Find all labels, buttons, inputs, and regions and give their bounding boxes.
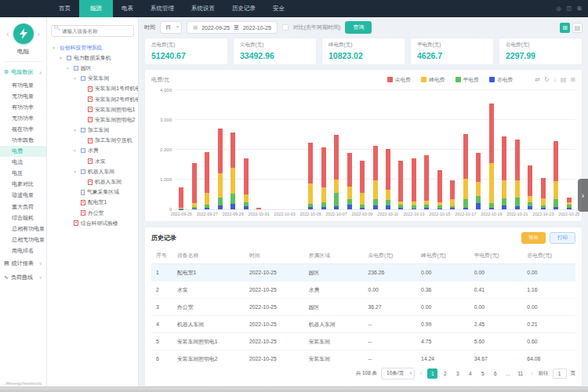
menu-item-0-2[interactable]: 有功功率 [0,101,46,112]
tree-node-12[interactable]: ▾机器人车间 [51,166,134,176]
menu-item-0-5[interactable]: 功率因数 [0,134,46,145]
bar-2022-10-02[interactable] [265,91,278,209]
tree-search-input[interactable] [51,25,134,37]
bar-2022-10-21[interactable] [511,91,524,209]
tree-node-9[interactable]: 加工车间空压机 [51,136,134,146]
grid-icon[interactable]: ⊞ [570,76,575,83]
bar-2022-10-01[interactable] [252,91,265,209]
page-number-1[interactable]: 1 [427,368,437,379]
page-number-…[interactable]: … [503,368,513,379]
nav-tab-2[interactable]: 电表 [113,0,142,17]
menu-item-0-9[interactable]: 电参对比 [0,179,46,190]
menu-item-0-15[interactable]: 用电排名 [0,245,46,256]
legend-item-2[interactable]: 平电费 [456,76,479,84]
download-icon[interactable]: ↓ [554,76,557,83]
date-range-picker[interactable]: ▦ 2022-09-25 至 2022-10-25 [187,21,278,34]
monitor-icon[interactable]: ◫ [567,5,572,12]
table-row[interactable]: 4机器人车间2022-10-25机器人车间--0.992.450.21 [151,316,575,333]
menu-item-0-13[interactable]: 总相有功电量 [0,223,46,234]
bar-2022-10-07[interactable] [330,91,343,209]
legend-item-3[interactable]: 谷电费 [489,76,513,84]
page-number-6[interactable]: 6 [490,368,500,379]
bar-2022-10-03[interactable] [278,91,291,209]
tree-node-15[interactable]: 配电室1 [51,198,134,208]
print-button[interactable]: 打印 [550,232,575,244]
bar-2022-10-23[interactable] [537,91,550,209]
nav-tab-3[interactable]: 系统管理 [142,0,183,17]
bar-2022-10-10[interactable] [368,91,381,209]
module-prev-icon[interactable]: ‹ [6,30,9,38]
table-row[interactable]: 3办公室2022-10-25园区36.270.000.000.00 [151,299,575,316]
table-row[interactable]: 6安装车间照明电22022-10-25安装车间--14.2434.6764.08 [151,350,575,364]
page-number-3[interactable]: 3 [452,368,463,379]
apps-icon[interactable]: ⊞ [577,5,582,12]
bar-2022-10-17[interactable] [459,91,472,209]
tree-node-2[interactable]: ▾园区 [51,63,134,73]
tree-node-14[interactable]: 气象采集区域 [51,187,134,198]
menu-item-0-6[interactable]: 电费 [0,146,46,157]
page-number-5[interactable]: 5 [477,368,488,379]
bar-2022-09-28[interactable] [213,91,226,209]
tree-node-3[interactable]: ▾安装车间 [51,74,134,84]
bar-2022-09-29[interactable] [227,91,239,209]
bar-2022-09-27[interactable] [201,91,213,209]
bar-2022-10-25[interactable] [563,91,575,209]
prev-page-icon[interactable]: ‹ [419,371,423,376]
bar-2022-10-11[interactable] [382,91,394,209]
bar-2022-10-09[interactable] [356,91,368,209]
bar-2022-09-25[interactable] [175,91,187,209]
bar-2022-10-14[interactable] [420,91,433,209]
energy-module-icon[interactable] [13,24,34,44]
legend-item-0[interactable]: 尖电费 [387,76,411,84]
bar-2022-10-15[interactable] [434,91,446,209]
bar-2022-10-16[interactable] [446,91,459,209]
menu-item-0-10[interactable]: 谐波电量 [0,190,46,201]
bar-2022-10-04[interactable] [291,91,303,209]
tree-node-6[interactable]: 安装车间照明电1 [51,104,134,114]
menu-group-2[interactable]: ∿负荷曲线∨ [0,270,46,285]
legend-item-1[interactable]: 峰电费 [421,76,445,84]
export-button[interactable]: 导出 [521,232,546,244]
menu-group-1[interactable]: ▤统计报表∨ [0,256,46,270]
page-size-select[interactable]: 10条/页 [381,368,415,379]
bar-2022-10-06[interactable] [317,91,329,209]
bar-2022-09-26[interactable] [187,91,200,209]
bar-2022-10-20[interactable] [498,91,510,209]
page-number-11[interactable]: 11 [515,368,525,379]
nav-tab-0[interactable]: 首页 [50,0,79,17]
tree-node-8[interactable]: ▾加工车间 [51,125,134,136]
compare-checkbox[interactable] [282,24,289,31]
nav-tab-5[interactable]: 历史记录 [223,0,264,17]
bar-2022-10-24[interactable] [550,91,562,209]
tree-node-10[interactable]: ▾水房 [51,146,134,156]
chart-view-icon[interactable]: ⊞ [560,23,570,33]
tree-node-13[interactable]: 机器人车间 [51,176,134,187]
table-row[interactable]: 5安装车间照明电12022-10-25安装车间--4.755.600.60 [151,333,575,350]
module-next-icon[interactable]: › [38,30,40,38]
menu-item-0-4[interactable]: 视在功率 [0,123,46,134]
scan-icon[interactable]: ◎ [556,5,561,12]
refresh-icon[interactable]: ↻ [544,76,550,83]
bar-2022-10-08[interactable] [343,91,355,209]
granularity-select[interactable]: 日 [160,21,182,34]
tree-node-1[interactable]: ▾电力数据采集机 [51,53,134,63]
tree-node-5[interactable]: 安装车间2号焊机电表 [51,94,134,104]
nav-tab-1[interactable]: 能源 [79,0,113,17]
page-number-2[interactable]: 2 [440,368,450,379]
menu-item-0-8[interactable]: 电压 [0,168,46,179]
panel-collapse-button[interactable]: › [578,179,588,212]
table-view-icon[interactable]: ▤ [572,23,583,33]
bar-2022-10-12[interactable] [394,91,407,209]
tree-node-17[interactable]: 综合科研试验楼 [51,218,134,228]
table-row[interactable]: 2水泵2022-10-25水房0.000.360.411.16 [151,281,575,299]
menu-item-0-11[interactable]: 重大负荷 [0,201,46,212]
swap-icon[interactable]: ⇄ [535,76,540,83]
menu-item-0-1[interactable]: 无功电量 [0,90,46,101]
menu-item-0-12[interactable]: 综合能耗 [0,212,46,223]
bar-2022-09-30[interactable] [239,91,252,209]
bar-2022-10-13[interactable] [408,91,420,209]
menu-item-0-3[interactable]: 无功功率 [0,112,46,123]
query-button[interactable]: 查询 [345,21,372,34]
nav-tab-4[interactable]: 系统设置 [183,0,223,17]
bar-2022-10-18[interactable] [472,91,485,209]
